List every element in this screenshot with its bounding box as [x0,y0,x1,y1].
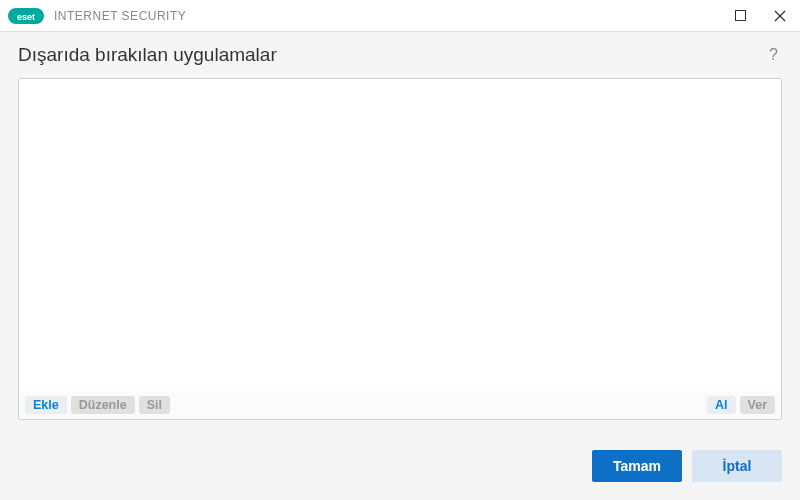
window-maximize-button[interactable] [720,0,760,32]
delete-button: Sil [139,396,170,414]
dialog-footer: Tamam İptal [18,420,782,500]
panel-toolbar: Ekle Düzenle Sil Al Ver [19,391,781,419]
add-button[interactable]: Ekle [25,396,67,414]
ok-button[interactable]: Tamam [592,450,682,482]
cancel-button[interactable]: İptal [692,450,782,482]
help-button[interactable]: ? [765,46,782,64]
maximize-icon [735,10,746,21]
excluded-apps-listbox[interactable] [19,79,781,391]
product-name: INTERNET SECURITY [54,9,186,23]
content-area: Dışarıda bırakılan uygulamalar ? Ekle Dü… [0,32,800,500]
eset-logo-icon: eset [8,8,44,24]
titlebar: eset INTERNET SECURITY [0,0,800,32]
svg-text:eset: eset [17,12,35,22]
page-title: Dışarıda bırakılan uygulamalar [18,44,277,66]
svg-rect-2 [735,11,745,21]
import-button[interactable]: Al [707,396,736,414]
excluded-apps-panel: Ekle Düzenle Sil Al Ver [18,78,782,420]
close-icon [774,10,786,22]
edit-button: Düzenle [71,396,135,414]
export-button: Ver [740,396,775,414]
page-header: Dışarıda bırakılan uygulamalar ? [18,44,782,66]
window-close-button[interactable] [760,0,800,32]
brand-logo: eset INTERNET SECURITY [8,8,186,24]
